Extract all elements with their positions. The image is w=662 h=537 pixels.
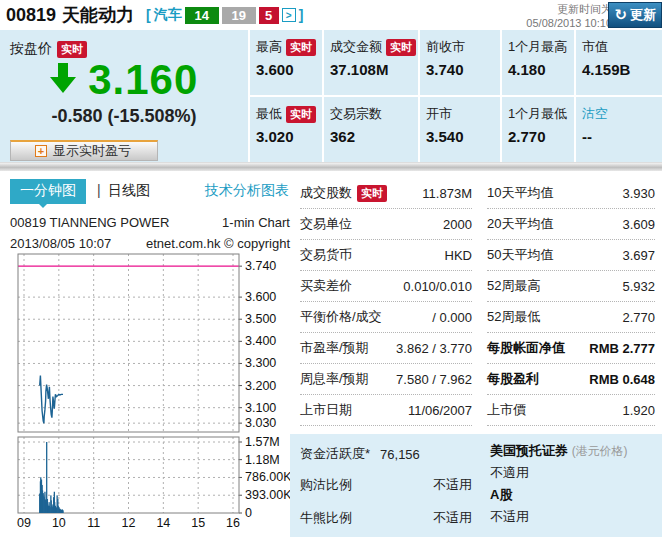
- svg-text:3.740: 3.740: [245, 259, 276, 273]
- stat-row-eps: 每股盈利 RMB 0.648: [487, 364, 655, 395]
- stats-column-right: 10天平均值 3.930 20天平均值 3.609 50天平均值 3.697 5…: [487, 178, 655, 426]
- price-change: -0.580 (-15.508%): [0, 106, 248, 127]
- svg-text:3.600: 3.600: [245, 290, 276, 304]
- cell-value: 37.108M: [330, 61, 418, 78]
- refresh-button[interactable]: ↻ 更新: [608, 2, 662, 28]
- sector-link[interactable]: 汽车: [154, 6, 182, 24]
- stat-value: 3.609: [622, 217, 655, 232]
- bottom-panel-mid: 资金活跃度* 76,156 购沽比例 不适用 牛熊比例 不适用: [300, 440, 472, 534]
- last-price: 3.160: [88, 56, 198, 104]
- stat-value: 2000: [443, 217, 472, 232]
- quote-cell-short-selling: 沽空 --: [576, 97, 662, 162]
- cell-value: 4.159B: [582, 61, 662, 78]
- adr-title: 美国预托证券: [490, 443, 568, 458]
- svg-text:3.500: 3.500: [245, 312, 276, 326]
- stat-row-ma20: 20天平均值 3.609: [487, 209, 655, 240]
- cell-value: 2.770: [508, 128, 574, 145]
- svg-text:3.030: 3.030: [245, 416, 276, 430]
- stat-label: 买卖差价: [300, 277, 352, 295]
- stock-quote-page: 00819 天能动力 [ 汽车 14 19 5 > ] 更新时间为 05/08/…: [0, 0, 662, 537]
- stat-value: 3.930: [622, 186, 655, 201]
- realtime-badge: 实时: [357, 185, 387, 202]
- stat-value: RMB 0.648: [589, 372, 655, 387]
- call-put-ratio-row: 购沽比例 不适用: [300, 468, 472, 501]
- stat-label: 上市價: [487, 401, 526, 419]
- stat-row-nav: 每股帐面净值 RMB 2.777: [487, 333, 655, 364]
- adr-value: 不適用: [490, 462, 658, 484]
- svg-text:3.300: 3.300: [245, 356, 276, 370]
- svg-text:10: 10: [52, 516, 66, 530]
- quote-cell-prev-close: 前收市 3.740: [420, 30, 500, 95]
- stat-label: 交易单位: [300, 215, 352, 233]
- show-pl-button[interactable]: + 显示实时盈亏: [10, 140, 158, 161]
- stat-row-ma50: 50天平均值 3.697: [487, 240, 655, 271]
- cell-label: 前收市: [426, 38, 465, 56]
- stat-value: 2.770: [622, 310, 655, 325]
- stock-name: 天能动力: [62, 3, 134, 27]
- quote-strip: 按盘价 实时 3.160 -0.580 (-15.508%) + 显示实时盈亏 …: [0, 30, 662, 162]
- tab-daily-chart[interactable]: 日线图: [108, 182, 150, 200]
- stat-label: 上市日期: [300, 401, 352, 419]
- quote-grid: 最高实时 3.600 成交金额实时 37.108M 前收市 3.740 1个月最…: [250, 30, 662, 162]
- bottom-panel: 资金活跃度* 76,156 购沽比例 不适用 牛熊比例 不适用 美国预托证券 (…: [290, 434, 662, 537]
- stat-row-52w-low: 52周最低 2.770: [487, 302, 655, 333]
- stat-label: 50天平均值: [487, 246, 553, 264]
- quote-cell-month-high: 1个月最高 4.180: [502, 30, 574, 95]
- svg-text:1.18M: 1.18M: [245, 453, 280, 467]
- cell-label: 沽空: [582, 105, 608, 123]
- stat-label: 20天平均值: [487, 215, 553, 233]
- refresh-label: 更新: [630, 6, 656, 24]
- capital-activity-value: 76,156: [380, 447, 420, 462]
- adr-note: (港元价格): [572, 444, 628, 458]
- stat-row-listing-date: 上市日期 11/06/2007: [300, 395, 472, 426]
- svg-text:1.57M: 1.57M: [245, 435, 280, 449]
- bull-bear-ratio-label: 牛熊比例: [300, 509, 352, 527]
- stat-label: 市盈率/预期: [300, 339, 369, 357]
- update-time: 更新时间为 05/08/2013 10:10: [526, 3, 612, 31]
- cell-value: 4.180: [508, 61, 574, 78]
- stat-row-yield: 周息率/预期 7.580 / 7.962: [300, 364, 472, 395]
- stat-value: 11/06/2007: [408, 403, 472, 418]
- stat-row-pe: 市盈率/预期 3.862 / 3.770: [300, 333, 472, 364]
- realtime-badge: 实时: [57, 41, 87, 58]
- update-time-label: 更新时间为: [526, 3, 612, 17]
- sector-info: [ 汽车 14 19 5 > ]: [146, 6, 303, 24]
- svg-text:3.400: 3.400: [245, 334, 276, 348]
- cell-value: --: [582, 128, 662, 145]
- show-pl-label: 显示实时盈亏: [53, 142, 131, 160]
- stat-value: 5.932: [622, 279, 655, 294]
- stat-label: 每股盈利: [487, 370, 539, 388]
- cell-label: 1个月最高: [508, 38, 567, 56]
- sector-more-icon[interactable]: >: [282, 8, 296, 22]
- tab-separator: |: [97, 182, 101, 198]
- stat-label: 52周最低: [487, 308, 540, 326]
- stat-row-currency: 交易货币 HKD: [300, 240, 472, 271]
- cell-label: 最低: [256, 105, 282, 123]
- stat-value: 1.920: [622, 403, 655, 418]
- stat-value: 3.697: [622, 248, 655, 263]
- realtime-badge: 实时: [286, 39, 316, 56]
- svg-text:15: 15: [191, 516, 205, 530]
- technical-analysis-link[interactable]: 技术分析图表: [205, 182, 289, 200]
- a-share-title: A股: [490, 484, 658, 506]
- stat-row-lot-size: 交易单位 2000: [300, 209, 472, 240]
- svg-text:393.00K: 393.00K: [245, 488, 292, 502]
- svg-text:0: 0: [245, 506, 252, 520]
- stat-label: 平衡价格/成交: [300, 308, 382, 326]
- cell-value: 3.600: [256, 61, 322, 78]
- intraday-chart: 091011121415163.7403.6003.5003.4003.3003…: [0, 248, 300, 537]
- cell-value: 3.740: [426, 61, 500, 78]
- stat-value: RMB 2.777: [589, 341, 655, 356]
- svg-text:3.200: 3.200: [245, 379, 276, 393]
- bull-bear-ratio-row: 牛熊比例 不适用: [300, 501, 472, 534]
- cell-label: 成交金额: [330, 38, 382, 56]
- sector-down-count-badge: 5: [259, 7, 279, 24]
- realtime-badge: 实时: [286, 106, 316, 123]
- a-share-value: 不适用: [490, 506, 658, 528]
- page-header: 00819 天能动力 [ 汽车 14 19 5 > ] 更新时间为 05/08/…: [0, 0, 662, 30]
- stat-row-listing-price: 上市價 1.920: [487, 395, 655, 426]
- chart-title: 00819 TIANNENG POWER: [10, 215, 169, 230]
- cell-value: 3.020: [256, 128, 322, 145]
- bull-bear-ratio-value: 不适用: [433, 509, 472, 527]
- stat-label: 成交股数: [300, 184, 352, 202]
